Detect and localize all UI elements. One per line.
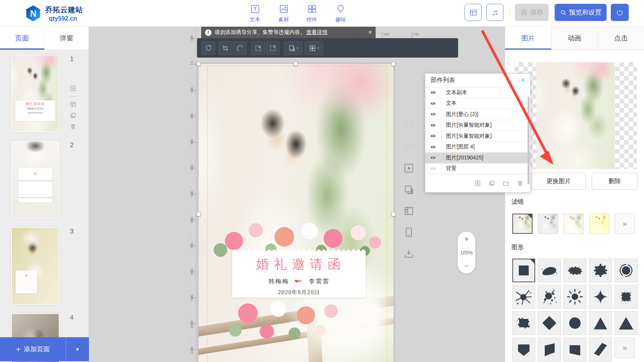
visibility-eye-icon[interactable]	[425, 98, 441, 109]
page-thumbnail[interactable]: 婚礼邀请函 韩梅梅 ❤ 李雷雷 2020年5月20日	[11, 55, 60, 132]
redo-button[interactable]	[404, 142, 414, 154]
widget-row[interactable]: 图片[爱心 (2)]	[425, 109, 530, 120]
layers-button[interactable]	[404, 184, 414, 196]
visibility-eye-icon[interactable]	[425, 153, 441, 163]
banner-close-icon[interactable]: ×	[368, 29, 372, 36]
save-button[interactable]: 保存	[515, 4, 549, 21]
trash-icon[interactable]	[517, 180, 523, 187]
invitation-date[interactable]: 2020年5月20日	[232, 289, 366, 296]
undo-button[interactable]	[404, 120, 414, 132]
widget-row[interactable]: 图片[矢量智能对象]	[425, 131, 530, 142]
copy-icon[interactable]	[489, 180, 495, 187]
toolbar-item-fun[interactable]: 趣味	[331, 4, 350, 23]
warning-details-link[interactable]: 查看详情	[306, 29, 328, 36]
shape-circle[interactable]	[563, 311, 586, 335]
visibility-eye-icon[interactable]	[425, 87, 441, 98]
shape-stamp-square[interactable]	[615, 285, 638, 309]
play-preview-button[interactable]	[404, 163, 414, 175]
filter-grayscale-thumbnail[interactable]	[538, 214, 558, 234]
zoom-out-button[interactable]: −	[464, 262, 469, 270]
shapes-more-button[interactable]: »	[615, 338, 635, 358]
invitation-card[interactable]: 婚礼邀请函 韩梅梅 ❤❤ 李雷雷 2020年5月20日	[232, 251, 366, 298]
widget-row[interactable]: 图片[图层 4]	[425, 142, 530, 153]
toolbar-item-text[interactable]: 文本	[245, 4, 265, 23]
shadow-button[interactable]: ▾	[284, 41, 302, 55]
copy-icon[interactable]	[70, 112, 76, 119]
add-icon[interactable]	[70, 85, 76, 92]
add-page-dropdown[interactable]: ▼	[66, 337, 89, 361]
zoom-in-button[interactable]: +	[464, 235, 469, 243]
selection-handle-top-right[interactable]	[391, 62, 395, 66]
shape-triangle[interactable]	[589, 311, 612, 335]
visibility-eye-icon[interactable]	[425, 120, 441, 131]
selection-handle-mid-right[interactable]	[391, 212, 395, 216]
invitation-title[interactable]: 婚礼邀请函	[232, 256, 366, 273]
visibility-eye-icon[interactable]	[425, 131, 441, 142]
download-button[interactable]	[404, 248, 414, 261]
delete-image-button[interactable]: 删除	[592, 173, 638, 190]
tab-animation[interactable]: 动画	[551, 27, 598, 50]
shape-ink-ring[interactable]	[615, 259, 638, 282]
round-corner-button[interactable]	[233, 41, 247, 55]
phone-preview-button[interactable]	[404, 227, 414, 239]
shrink-corner-button[interactable]	[251, 41, 265, 55]
music-button[interactable]: ♫	[486, 4, 504, 21]
add-page-main[interactable]: + 添加页面	[0, 337, 66, 361]
trash-icon[interactable]	[70, 123, 76, 130]
tab-popups[interactable]: 弹窗	[44, 27, 89, 50]
shape-ink-blob[interactable]	[589, 259, 612, 282]
shape-scribble[interactable]	[563, 259, 586, 282]
shape-slanted-banner[interactable]	[538, 338, 561, 361]
widget-row[interactable]: 文本	[425, 98, 530, 109]
widget-row[interactable]: 背景	[425, 164, 530, 175]
widget-row[interactable]: 文本副本	[425, 87, 530, 98]
template-button[interactable]	[404, 206, 414, 218]
widget-row[interactable]: 图片[矢量智能对象]	[425, 120, 530, 131]
replace-rotate-button[interactable]	[202, 41, 215, 55]
widget-row[interactable]: 图片[20190425]	[425, 153, 530, 164]
page-thumbnail[interactable]	[11, 141, 60, 219]
filter-sepia-thumbnail[interactable]	[589, 214, 609, 234]
tab-pages[interactable]: 页面	[0, 27, 44, 50]
shape-triangle-2[interactable]	[615, 311, 638, 335]
toolbar-item-widget[interactable]: 控件	[302, 4, 322, 23]
shape-pentagon-banner[interactable]	[512, 338, 535, 361]
shape-notched-banner[interactable]	[563, 338, 586, 361]
selection-handle-top-left[interactable]	[197, 62, 201, 66]
shape-diamond[interactable]	[538, 311, 561, 335]
panel-scrollbar[interactable]	[528, 97, 529, 184]
page-thumbnail[interactable]	[11, 227, 60, 305]
shape-splatter[interactable]	[538, 285, 561, 309]
invitation-names[interactable]: 韩梅梅 ❤❤ 李雷雷	[232, 278, 366, 286]
shape-parallelogram[interactable]	[589, 338, 612, 361]
shape-rough-square[interactable]	[512, 311, 535, 335]
import-icon[interactable]	[475, 180, 481, 187]
layout-icon[interactable]	[70, 101, 76, 108]
tab-click[interactable]: 点击	[597, 27, 644, 50]
add-page-button[interactable]: + 添加页面 ▼	[0, 337, 89, 361]
filter-blur-thumbnail[interactable]	[563, 214, 584, 234]
align-button[interactable]: ▾	[305, 41, 323, 55]
visibility-eye-icon[interactable]	[425, 164, 441, 174]
shape-brush-stroke[interactable]	[538, 259, 561, 282]
visibility-eye-icon[interactable]	[425, 142, 441, 153]
toolbar-item-material[interactable]: 素材	[274, 4, 294, 23]
selection-handle-mid-left[interactable]	[197, 212, 201, 216]
shape-sun-splatter[interactable]	[563, 285, 586, 309]
visibility-eye-icon[interactable]	[425, 109, 441, 120]
shape-four-point-star[interactable]	[589, 285, 612, 309]
design-page[interactable]: 婚礼邀请函 韩梅梅 ❤❤ 李雷雷 2020年5月20日	[199, 64, 394, 362]
shape-square[interactable]	[512, 259, 535, 282]
replace-image-button[interactable]: 更换图片	[531, 173, 586, 190]
preview-settings-button[interactable]: 预览和设置	[555, 4, 607, 21]
layout-panel-button[interactable]	[465, 4, 482, 21]
crop-button[interactable]	[218, 41, 232, 55]
shape-splatter-spiky[interactable]	[512, 285, 535, 309]
folder-icon[interactable]	[503, 180, 509, 187]
logo[interactable]: N 乔拓云建站 qty592.cn	[24, 5, 83, 22]
close-icon[interactable]: ×	[521, 76, 525, 84]
selection-handle-top-center[interactable]	[294, 62, 298, 66]
tab-image[interactable]: 图片	[505, 27, 551, 50]
image-preview[interactable]	[514, 62, 637, 169]
filters-more-button[interactable]: »	[615, 214, 635, 234]
